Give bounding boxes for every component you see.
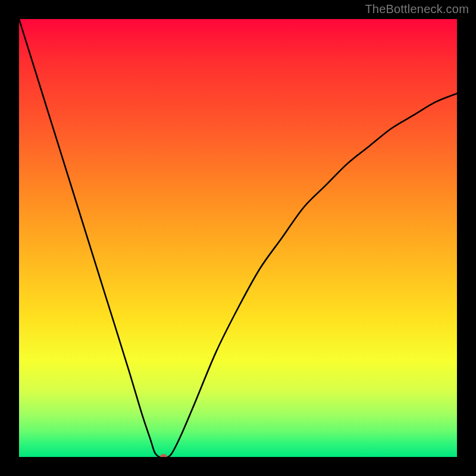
chart-frame: TheBottleneck.com [0, 0, 476, 476]
bottleneck-curve [19, 19, 457, 457]
watermark-text: TheBottleneck.com [365, 2, 469, 16]
optimal-point-marker [160, 454, 167, 457]
plot-area [19, 19, 457, 457]
